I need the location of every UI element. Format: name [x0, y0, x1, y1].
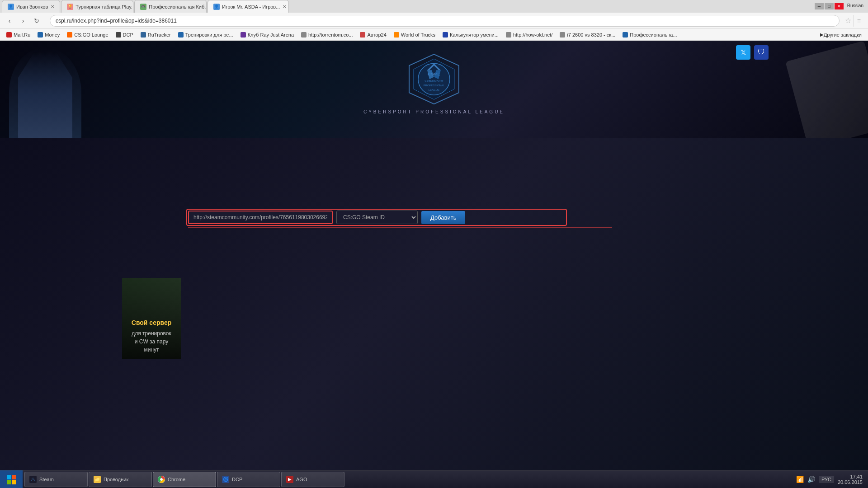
- bookmark-label-mailru: Mail.Ru: [14, 32, 30, 38]
- taskbar-lang[interactable]: РУС: [819, 476, 834, 483]
- bookmark-favicon-i7: [560, 32, 565, 38]
- window-controls: ─ □ ✕ Russian: [815, 3, 866, 9]
- minimize-button[interactable]: ─: [815, 3, 824, 9]
- bookmark-favicon-calc: [443, 32, 448, 38]
- tab-favicon-1: 👤: [8, 4, 14, 10]
- taskbar-time: 17:41: [838, 474, 863, 479]
- svg-text:LEAGUE: LEAGUE: [429, 89, 439, 91]
- bookmark-wot[interactable]: World of Trucks: [391, 31, 438, 38]
- bookmark-favicon-rut: [141, 32, 146, 38]
- add-id-button[interactable]: Добавить: [421, 211, 465, 224]
- start-button[interactable]: [0, 470, 23, 488]
- website: CSPL CYBERSPORT PROFESSIONAL LEAGUE CYBE…: [0, 41, 868, 486]
- site-logo-area: CSPL CYBERSPORT PROFESSIONAL LEAGUE CYBE…: [363, 52, 505, 114]
- toolbar: ‹ › ↻ ☆ ≡: [0, 13, 868, 29]
- forward-button[interactable]: ›: [17, 15, 29, 27]
- bookmark-label-ray: Клуб Ray Just Arena: [248, 32, 294, 38]
- bookmark-favicon-train: [178, 32, 184, 38]
- network-icon: 📶: [796, 476, 804, 483]
- taskbar-date: 20.06.2015: [838, 479, 863, 485]
- bookmark-label-money: Money: [45, 32, 60, 38]
- tab-3[interactable]: 🎮 Профессиональная Киб... ✕: [134, 0, 207, 13]
- twitter-icon[interactable]: 𝕏: [736, 45, 750, 60]
- bookmark-favicon-howold: [506, 32, 511, 38]
- tab-bar: 👤 Иван Звонков ✕ 🏆 Турнирная таблица Pla…: [2, 0, 815, 13]
- bookmark-label-calc: Калькулятор умени...: [450, 32, 499, 38]
- sidebar-banner: Свой сервер для тренировок и CW за пару …: [122, 278, 181, 359]
- maximize-button[interactable]: □: [825, 3, 834, 9]
- svg-rect-10: [12, 480, 16, 484]
- bookmark-i7[interactable]: i7 2600 vs 8320 - ск...: [557, 31, 618, 38]
- chrome-icon: [158, 476, 165, 483]
- tab-4[interactable]: 👤 Игрок Mr. ASDA - Игров... ✕: [208, 0, 289, 13]
- taskbar-explorer-label: Проводник: [104, 477, 128, 482]
- svg-rect-8: [12, 475, 16, 479]
- bookmark-howold[interactable]: http://how-old.net/: [503, 31, 555, 38]
- banner-text: Свой сервер для тренировок и CW за пару …: [127, 318, 175, 354]
- bookmark-mailru[interactable]: Mail.Ru: [4, 31, 33, 38]
- dcp-icon: 🌀: [222, 476, 229, 483]
- bookmark-label-i7: i7 2600 vs 8320 - ск...: [567, 32, 615, 38]
- bookmark-train[interactable]: Тренировки для ре...: [175, 31, 236, 38]
- bookmark-label-train: Тренировки для ре...: [185, 32, 233, 38]
- bookmark-favicon-prof: [623, 32, 628, 38]
- tab-label-1: Иван Звонков: [16, 4, 48, 9]
- bookmark-label-csgo: CS:GO Lounge: [74, 32, 108, 38]
- ago-icon: ▶: [286, 476, 293, 483]
- bookmark-calc[interactable]: Калькулятор умени...: [440, 31, 501, 38]
- lang-indicator: Russian: [844, 3, 866, 9]
- svg-text:PROFESSIONAL: PROFESSIONAL: [424, 84, 445, 87]
- svg-point-12: [160, 478, 163, 481]
- taskbar-item-explorer[interactable]: 📁 Проводник: [89, 472, 152, 487]
- bookmark-label-dcp: DCP: [123, 32, 133, 38]
- bookmark-favicon-csgo: [67, 32, 72, 38]
- taskbar-item-steam[interactable]: ♨ Steam: [24, 472, 88, 487]
- add-id-row: CS:GO Steam IDDOTA2 IDSteam ID Добавить: [188, 211, 739, 224]
- reload-button[interactable]: ↻: [31, 15, 42, 27]
- svg-text:CYBERSPORT: CYBERSPORT: [425, 80, 443, 82]
- bookmark-ray[interactable]: Клуб Ray Just Arena: [238, 31, 297, 38]
- svg-rect-9: [7, 480, 11, 484]
- taskbar-item-chrome[interactable]: Chrome: [153, 472, 216, 487]
- bookmark-favicon-avtor: [360, 32, 365, 38]
- bookmark-label-other: Другие закладки: [824, 32, 862, 38]
- close-button[interactable]: ✕: [835, 3, 844, 9]
- taskbar-item-dcp[interactable]: 🌀 DCP: [217, 472, 280, 487]
- banner-line1: Свой сервер: [127, 318, 175, 328]
- bookmark-torrent[interactable]: http://torrentom.co...: [298, 31, 355, 38]
- tab-close-4[interactable]: ✕: [283, 4, 286, 9]
- bookmark-label-avtor: Автор24: [367, 32, 386, 38]
- bookmark-favicon-wot: [394, 32, 399, 38]
- id-input[interactable]: [188, 211, 333, 224]
- tab-favicon-3: 🎮: [140, 4, 146, 10]
- nav-buttons: ‹ › ↻: [4, 15, 42, 27]
- bookmark-rutracker[interactable]: RuTracker: [138, 31, 174, 38]
- tab-label-3: Профессиональная Киб...: [149, 4, 207, 9]
- tab-label-4: Игрок Mr. ASDA - Игров...: [222, 4, 280, 9]
- taskbar-item-ago[interactable]: ▶ AGO: [281, 472, 344, 487]
- taskbar-dcp-label: DCP: [232, 477, 242, 482]
- banner-line3: и CW за пару минут: [127, 338, 175, 354]
- bookmark-label-prof: Профессиональна...: [630, 32, 677, 38]
- bookmark-csgo-lounge[interactable]: CS:GO Lounge: [64, 31, 111, 38]
- tab-close-1[interactable]: ✕: [51, 4, 54, 9]
- bookmark-favicon-dcp: [116, 32, 121, 38]
- folder-icon: 📁: [94, 476, 101, 483]
- browser-action-star[interactable]: ☆: [845, 16, 851, 25]
- bookmarks-bar: Mail.Ru Money CS:GO Lounge DCP RuTracker…: [0, 29, 868, 41]
- bookmark-other[interactable]: ▶ Другие закладки: [817, 31, 864, 38]
- taskbar-ago-label: AGO: [296, 477, 307, 482]
- bookmark-dcp[interactable]: DCP: [113, 31, 136, 38]
- taskbar-items: ♨ Steam 📁 Проводник Chrome 🌀 DCP: [23, 472, 791, 487]
- tab-1[interactable]: 👤 Иван Звонков ✕: [2, 0, 60, 13]
- tab-2[interactable]: 🏆 Турнирная таблица Play... ✕: [61, 0, 133, 13]
- banner-line2: для тренировок: [127, 329, 175, 338]
- bookmark-avtor[interactable]: Автор24: [357, 31, 389, 38]
- browser-action-menu[interactable]: ≡: [853, 15, 864, 27]
- back-button[interactable]: ‹: [4, 15, 15, 27]
- id-type-select[interactable]: CS:GO Steam IDDOTA2 IDSteam ID: [336, 211, 418, 224]
- address-bar[interactable]: [50, 15, 840, 27]
- taskbar-tray: 📶 🔊 РУС 17:41 20.06.2015: [791, 474, 868, 485]
- bookmark-prof[interactable]: Профессиональна...: [620, 31, 679, 38]
- bookmark-money[interactable]: Money: [35, 31, 62, 38]
